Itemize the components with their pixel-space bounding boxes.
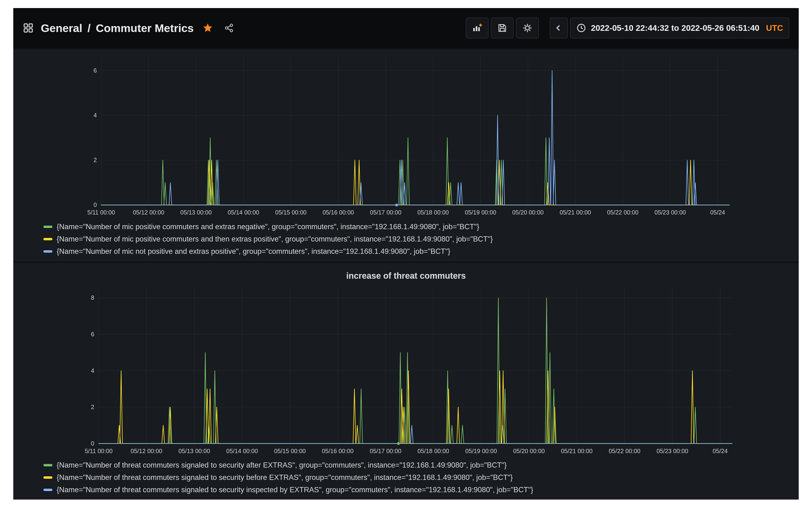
dashboard-settings-button[interactable]	[516, 18, 539, 38]
svg-text:05/18 00:00: 05/18 00:00	[417, 447, 449, 454]
svg-text:05/18 00:00: 05/18 00:00	[417, 209, 449, 216]
legend-item[interactable]: {Name="Number of mic positive commuters …	[44, 235, 792, 243]
legend-item[interactable]: {Name="Number of threat commuters signal…	[44, 486, 792, 494]
svg-text:2: 2	[93, 157, 97, 163]
svg-text:2: 2	[91, 403, 94, 410]
favorite-star-icon[interactable]	[202, 23, 213, 33]
share-icon[interactable]	[224, 23, 234, 33]
breadcrumb-title[interactable]: Commuter Metrics	[96, 22, 194, 35]
svg-text:4: 4	[93, 112, 97, 119]
time-series-chart[interactable]: 024685/11 00:0005/12 00:0005/13 00:0005/…	[15, 282, 797, 458]
svg-text:05/23 00:00: 05/23 00:00	[657, 447, 688, 454]
add-panel-button[interactable]	[466, 18, 489, 38]
panel-title[interactable]: increase of threat commuters	[15, 265, 797, 282]
svg-text:05/17 00:00: 05/17 00:00	[370, 447, 401, 454]
svg-text:05/12 00:00: 05/12 00:00	[131, 447, 162, 454]
time-range-button[interactable]: 2022-05-10 22:44:32 to 2022-05-26 06:51:…	[570, 18, 789, 38]
legend-item[interactable]: {Name="Number of threat commuters signal…	[44, 473, 792, 482]
svg-text:0: 0	[93, 202, 97, 208]
time-series-chart[interactable]: 02465/11 00:0005/12 00:0005/13 00:0005/1…	[15, 52, 797, 220]
svg-text:6: 6	[91, 331, 94, 337]
svg-text:05/21 00:00: 05/21 00:00	[561, 447, 592, 454]
legend-label: {Name="Number of threat commuters signal…	[57, 461, 506, 470]
svg-text:05/16 00:00: 05/16 00:00	[322, 447, 353, 454]
svg-text:05/15 00:00: 05/15 00:00	[275, 209, 307, 216]
svg-text:05/21 00:00: 05/21 00:00	[560, 209, 591, 216]
svg-text:5/11 00:00: 5/11 00:00	[85, 447, 112, 454]
legend-label: {Name="Number of threat commuters signal…	[57, 473, 513, 482]
svg-text:8: 8	[91, 294, 94, 301]
chevron-left-icon	[554, 23, 564, 33]
legend-label: {Name="Number of mic positive commuters …	[57, 235, 493, 243]
time-range-label: 2022-05-10 22:44:32 to 2022-05-26 06:51:…	[591, 23, 759, 33]
svg-text:05/15 00:00: 05/15 00:00	[274, 447, 306, 454]
svg-text:05/20 00:00: 05/20 00:00	[513, 447, 545, 454]
svg-text:05/19 00:00: 05/19 00:00	[465, 447, 497, 454]
svg-text:6: 6	[93, 67, 97, 74]
series-color-marker	[44, 476, 52, 479]
chart-legend: {Name="Number of mic positive commuters …	[15, 220, 797, 257]
apps-grid-icon[interactable]	[23, 23, 34, 33]
svg-text:05/23 00:00: 05/23 00:00	[655, 209, 686, 216]
series-color-marker	[44, 464, 52, 467]
svg-text:05/20 00:00: 05/20 00:00	[512, 209, 544, 216]
timezone-label: UTC	[766, 23, 783, 33]
breadcrumb: General / Commuter Metrics	[41, 22, 194, 35]
legend-label: {Name="Number of mic positive commuters …	[57, 222, 479, 231]
time-shift-back-button[interactable]	[550, 18, 568, 38]
svg-text:05/16 00:00: 05/16 00:00	[322, 209, 354, 216]
panel-threat-commuters: increase of threat commuters 024685/11 0…	[13, 263, 799, 500]
svg-text:4: 4	[91, 367, 94, 374]
chart-area: 02465/11 00:0005/12 00:0005/13 00:0005/1…	[15, 52, 797, 220]
gear-icon	[522, 23, 532, 33]
chart-legend: {Name="Number of threat commuters signal…	[15, 458, 797, 496]
legend-item[interactable]: {Name="Number of mic not positive and ex…	[44, 247, 792, 256]
svg-text:0: 0	[91, 440, 94, 447]
dashboard-navbar: General / Commuter Metrics	[13, 8, 799, 48]
legend-item[interactable]: {Name="Number of threat commuters signal…	[44, 461, 792, 470]
breadcrumb-separator: /	[88, 22, 91, 35]
svg-text:05/19 00:00: 05/19 00:00	[465, 209, 496, 216]
grafana-dashboard: General / Commuter Metrics	[13, 8, 799, 500]
svg-text:05/12 00:00: 05/12 00:00	[133, 209, 164, 216]
series-color-marker	[44, 226, 52, 228]
svg-text:05/14 00:00: 05/14 00:00	[226, 447, 258, 454]
svg-text:05/13 00:00: 05/13 00:00	[180, 209, 211, 216]
legend-item[interactable]: {Name="Number of mic positive commuters …	[44, 222, 792, 231]
legend-label: {Name="Number of threat commuters signal…	[57, 486, 533, 494]
legend-label: {Name="Number of mic not positive and ex…	[57, 247, 451, 256]
svg-text:05/24: 05/24	[713, 447, 728, 454]
svg-text:05/17 00:00: 05/17 00:00	[370, 209, 401, 216]
series-color-marker	[44, 238, 52, 240]
svg-text:05/22 00:00: 05/22 00:00	[607, 209, 638, 216]
svg-text:05/22 00:00: 05/22 00:00	[609, 447, 640, 454]
svg-text:05/14 00:00: 05/14 00:00	[228, 209, 259, 216]
panel-commuter-metrics: 02465/11 00:0005/12 00:0005/13 00:0005/1…	[13, 50, 799, 261]
chart-area: 024685/11 00:0005/12 00:0005/13 00:0005/…	[15, 282, 797, 458]
svg-text:5/11 00:00: 5/11 00:00	[87, 209, 115, 216]
save-icon	[497, 23, 507, 33]
clock-icon	[576, 23, 586, 33]
svg-text:05/13 00:00: 05/13 00:00	[179, 447, 210, 454]
series-color-marker	[44, 250, 52, 252]
navbar-toolbar: 2022-05-10 22:44:32 to 2022-05-26 06:51:…	[466, 18, 789, 38]
series-color-marker	[44, 489, 52, 491]
breadcrumb-folder[interactable]: General	[41, 22, 82, 35]
svg-text:05/24: 05/24	[710, 209, 725, 216]
add-panel-icon	[472, 23, 482, 33]
screenshot-page: General / Commuter Metrics	[0, 0, 812, 510]
save-dashboard-button[interactable]	[491, 18, 514, 38]
